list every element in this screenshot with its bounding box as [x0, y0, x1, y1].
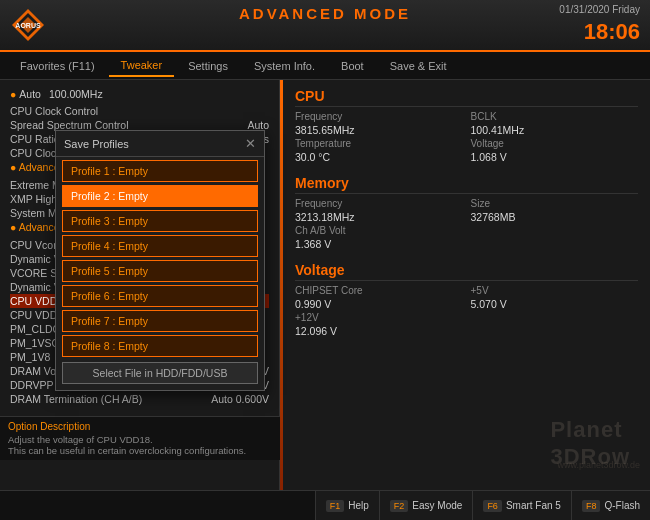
- profile-5-button[interactable]: Profile 5 : Empty: [62, 260, 258, 282]
- cpu-bclk-label: BCLK: [471, 111, 639, 122]
- profile-8-button[interactable]: Profile 8 : Empty: [62, 335, 258, 357]
- header-date: 01/31/2020 Friday: [559, 3, 640, 17]
- memory-info-grid: Frequency Size 3213.18MHz 32768MB Ch A/B…: [295, 198, 638, 250]
- v12-value: 12.096 V: [295, 325, 463, 337]
- v12-spacer: [471, 312, 639, 323]
- cpu-temp-value: 30.0 °C: [295, 151, 463, 163]
- profile-2-button[interactable]: Profile 2 : Empty: [62, 185, 258, 207]
- cpu-freq-label: Frequency: [295, 111, 463, 122]
- mem-freq-label: Frequency: [295, 198, 463, 209]
- right-panel: CPU Frequency BCLK 3815.65MHz 100.41MHz …: [283, 80, 650, 490]
- logo-area: AORUS: [10, 7, 46, 43]
- profile-4-button[interactable]: Profile 4 : Empty: [62, 235, 258, 257]
- v5-label: +5V: [471, 285, 639, 296]
- qflash-button[interactable]: F8 Q-Flash: [571, 491, 650, 520]
- voltage-info-grid: CHIPSET Core +5V 0.990 V 5.070 V +12V 12…: [295, 285, 638, 337]
- main-area: ●Auto 100.00MHz CPU Clock Control Spread…: [0, 80, 650, 490]
- header: AORUS ADVANCED MODE 01/31/2020 Friday 18…: [0, 0, 650, 52]
- option-description: Option Description Adjust the voltage of…: [0, 416, 280, 460]
- nav-tabs: Favorites (F11) Tweaker Settings System …: [0, 52, 650, 80]
- voltage-section: Voltage CHIPSET Core +5V 0.990 V 5.070 V…: [295, 262, 638, 337]
- mem-volt-value: 1.368 V: [295, 238, 638, 250]
- auto-info-row: ●Auto 100.00MHz: [10, 88, 269, 100]
- profile-3-button[interactable]: Profile 3 : Empty: [62, 210, 258, 232]
- cpu-freq-value: 3815.65MHz: [295, 124, 463, 136]
- easy-mode-button[interactable]: F2 Easy Mode: [379, 491, 473, 520]
- profile-7-button[interactable]: Profile 7 : Empty: [62, 310, 258, 332]
- smart-fan-button[interactable]: F6 Smart Fan 5: [472, 491, 571, 520]
- tab-settings[interactable]: Settings: [176, 56, 240, 76]
- tab-save-exit[interactable]: Save & Exit: [378, 56, 459, 76]
- status-bar: F1 Help F2 Easy Mode F6 Smart Fan 5 F8 Q…: [0, 490, 650, 520]
- svg-text:AORUS: AORUS: [15, 22, 41, 29]
- cpu-section-title: CPU: [295, 88, 638, 107]
- save-profiles-header: Save Profiles ✕: [56, 131, 264, 157]
- profile-6-button[interactable]: Profile 6 : Empty: [62, 285, 258, 307]
- cpu-bclk-value: 100.41MHz: [471, 124, 639, 136]
- tab-favorites[interactable]: Favorites (F11): [8, 56, 107, 76]
- option-desc-line2: This can be useful in certain overclocki…: [8, 445, 272, 456]
- left-panel: ●Auto 100.00MHz CPU Clock Control Spread…: [0, 80, 280, 490]
- save-profiles-title: Save Profiles: [64, 138, 129, 150]
- mem-size-label: Size: [471, 198, 639, 209]
- mem-size-value: 32768MB: [471, 211, 639, 223]
- save-profiles-close-button[interactable]: ✕: [245, 136, 256, 151]
- aorus-logo-icon: AORUS: [10, 7, 46, 43]
- option-desc-title: Option Description: [8, 421, 272, 432]
- select-file-button[interactable]: Select File in HDD/FDD/USB: [62, 362, 258, 384]
- mem-volt-label: Ch A/B Volt: [295, 225, 638, 236]
- chipset-label: CHIPSET Core: [295, 285, 463, 296]
- profile-1-button[interactable]: Profile 1 : Empty: [62, 160, 258, 182]
- option-desc-line1: Adjust the voltage of CPU VDD18.: [8, 434, 272, 445]
- header-time: 18:06: [559, 17, 640, 48]
- cpu-section: CPU Frequency BCLK 3815.65MHz 100.41MHz …: [295, 88, 638, 163]
- setting-dram-termination[interactable]: DRAM Termination (CH A/B) Auto 0.600V: [10, 392, 269, 406]
- watermark-url: www.planet3drow.de: [557, 460, 640, 470]
- header-title: ADVANCED MODE: [239, 5, 411, 22]
- memory-section: Memory Frequency Size 3213.18MHz 32768MB…: [295, 175, 638, 250]
- v12-label: +12V: [295, 312, 463, 323]
- save-profiles-dialog: Save Profiles ✕ Profile 1 : Empty Profil…: [55, 130, 265, 391]
- v5-value: 5.070 V: [471, 298, 639, 310]
- tab-boot[interactable]: Boot: [329, 56, 376, 76]
- voltage-section-title: Voltage: [295, 262, 638, 281]
- chipset-value: 0.990 V: [295, 298, 463, 310]
- memory-section-title: Memory: [295, 175, 638, 194]
- tab-system-info[interactable]: System Info.: [242, 56, 327, 76]
- setting-cpu-clock-control[interactable]: CPU Clock Control: [10, 104, 269, 118]
- cpu-volt-value: 1.068 V: [471, 151, 639, 163]
- mem-freq-value: 3213.18MHz: [295, 211, 463, 223]
- cpu-volt-label: Voltage: [471, 138, 639, 149]
- status-buttons: F1 Help F2 Easy Mode F6 Smart Fan 5 F8 Q…: [315, 491, 650, 520]
- cpu-temp-label: Temperature: [295, 138, 463, 149]
- header-datetime: 01/31/2020 Friday 18:06: [559, 3, 640, 48]
- tab-tweaker[interactable]: Tweaker: [109, 55, 175, 77]
- help-button[interactable]: F1 Help: [315, 491, 379, 520]
- cpu-info-grid: Frequency BCLK 3815.65MHz 100.41MHz Temp…: [295, 111, 638, 163]
